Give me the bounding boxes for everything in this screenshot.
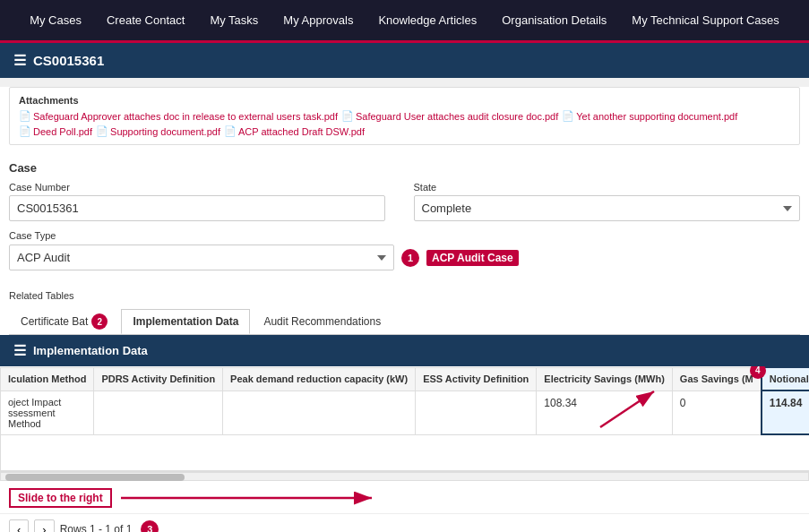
tab-implementation-data[interactable]: Implementation Data (121, 309, 250, 334)
annotation-badge-3: 3 (141, 520, 159, 532)
nav-my-technical-support-cases[interactable]: My Technical Support Cases (619, 0, 792, 40)
state-label: State (414, 182, 801, 193)
table-container: lculation Method PDRS Activity Definitio… (0, 366, 809, 472)
file-link-3[interactable]: 📄 Yet another supporting document.pdf (562, 110, 737, 122)
file-icon-6: 📄 (224, 125, 237, 137)
tab-cert-bat-label: Certificate Bat (21, 315, 88, 328)
annotation-badge-1: 1 (401, 249, 419, 267)
attachments-section: Attachments 📄 Safeguard Approver attache… (9, 87, 800, 145)
table-row: oject Impactssessment Method 108.34 0 11… (1, 390, 810, 434)
cell-gas-savings: 0 (672, 390, 761, 434)
state-group: State Complete (414, 182, 801, 221)
col-pdrs-activity: PDRS Activity Definition (94, 367, 223, 390)
case-type-label: Case Type (9, 230, 800, 241)
case-form-section: Case Case Number State Complete Case Typ… (0, 154, 809, 285)
col-notional-cert: Notional Certificates (762, 367, 809, 390)
col-gas-savings: Gas Savings (M 4 (672, 367, 761, 390)
nav-create-contact[interactable]: Create Contact (94, 0, 197, 40)
tab-certificate-bat[interactable]: Certificate Bat 2 (9, 307, 119, 335)
file-link-1[interactable]: 📄 Safeguard Approver attaches doc in rel… (19, 110, 338, 122)
slide-annotation-row: Slide to the right (0, 481, 809, 513)
annotation-badge-4: 4 (750, 366, 766, 379)
table-header-row: lculation Method PDRS Activity Definitio… (1, 367, 810, 390)
nav-knowledge-articles[interactable]: Knowledge Articles (366, 0, 489, 40)
case-number-group: Case Number (9, 182, 396, 221)
file-link-2[interactable]: 📄 Safeguard User attaches audit closure … (341, 110, 558, 122)
top-navigation: My Cases Create Contact My Tasks My Appr… (0, 0, 809, 43)
table-row-empty (1, 434, 810, 470)
nav-my-cases[interactable]: My Cases (17, 0, 94, 40)
tab-audit-recommendations[interactable]: Audit Recommendations (252, 309, 392, 333)
col-elec-savings: Electricity Savings (MWh) (537, 367, 672, 390)
case-type-annotation: ACP Audit Case (426, 250, 519, 266)
cell-elec-savings: 108.34 (537, 390, 672, 434)
scrollbar-thumb (5, 474, 185, 481)
file-icon-3: 📄 (562, 110, 574, 122)
col-peak-demand: Peak demand reduction capacity (kW) (223, 367, 416, 390)
hamburger-icon: ☰ (13, 52, 26, 69)
attachments-label: Attachments (19, 95, 790, 106)
impl-data-title: Implementation Data (33, 344, 148, 357)
case-header: ☰ CS0015361 (0, 43, 809, 78)
file-link-5[interactable]: 📄 Supporting document.pdf (96, 125, 220, 137)
file-icon-1: 📄 (19, 110, 31, 122)
tab-impl-data-label: Implementation Data (133, 315, 238, 328)
impl-hamburger-icon: ☰ (13, 342, 26, 359)
file-icon-5: 📄 (96, 125, 108, 137)
tab-audit-rec-label: Audit Recommendations (263, 315, 381, 328)
case-id: CS0015361 (33, 53, 104, 68)
main-content: Attachments 📄 Safeguard Approver attache… (0, 87, 809, 532)
pagination-bar: ‹ › Rows 1 - 1 of 1 3 (0, 513, 809, 533)
state-select[interactable]: Complete (414, 195, 801, 221)
related-tables-label: Related Tables (9, 290, 800, 301)
file-icon-2: 📄 (341, 110, 354, 122)
impl-data-header: ☰ Implementation Data (0, 335, 809, 366)
implementation-data-table: lculation Method PDRS Activity Definitio… (0, 366, 809, 471)
related-tables-section: Related Tables Certificate Bat 2 Impleme… (0, 285, 809, 335)
case-type-section: Case Type ACP Audit 1 ACP Audit Case (9, 230, 800, 270)
file-icon-4: 📄 (19, 125, 31, 137)
horizontal-scrollbar[interactable] (0, 472, 809, 481)
case-type-select[interactable]: ACP Audit (9, 245, 394, 270)
nav-my-approvals[interactable]: My Approvals (271, 0, 366, 40)
cell-ess-activity (416, 390, 537, 434)
nav-my-tasks[interactable]: My Tasks (197, 0, 271, 40)
cell-notional-cert: 114.84 (762, 390, 809, 434)
rows-info: Rows 1 - 1 of 1 (60, 523, 133, 532)
slide-tooltip: Slide to the right (9, 488, 112, 508)
attachments-files: 📄 Safeguard Approver attaches doc in rel… (19, 110, 790, 137)
col-calc-method: lculation Method (1, 367, 94, 390)
slide-arrow (121, 485, 390, 511)
file-link-4[interactable]: 📄 Deed Poll.pdf (19, 125, 92, 137)
file-link-6[interactable]: 📄 ACP attached Draft DSW.pdf (224, 125, 365, 137)
case-section-title: Case (9, 161, 800, 175)
cell-peak-demand (223, 390, 416, 434)
prev-page-button[interactable]: ‹ (9, 519, 29, 533)
case-number-input[interactable] (9, 195, 385, 221)
cell-pdrs-activity (94, 390, 223, 434)
col-ess-activity: ESS Activity Definition (416, 367, 537, 390)
cell-calc-method: oject Impactssessment Method (1, 390, 94, 434)
case-number-label: Case Number (9, 182, 396, 193)
case-number-state-row: Case Number State Complete (9, 182, 800, 221)
next-page-button[interactable]: › (34, 519, 54, 533)
tab-cert-bat-badge: 2 (91, 313, 108, 330)
tabs-row: Certificate Bat 2 Implementation Data Au… (9, 306, 800, 335)
nav-organisation-details[interactable]: Organisation Details (489, 0, 619, 40)
